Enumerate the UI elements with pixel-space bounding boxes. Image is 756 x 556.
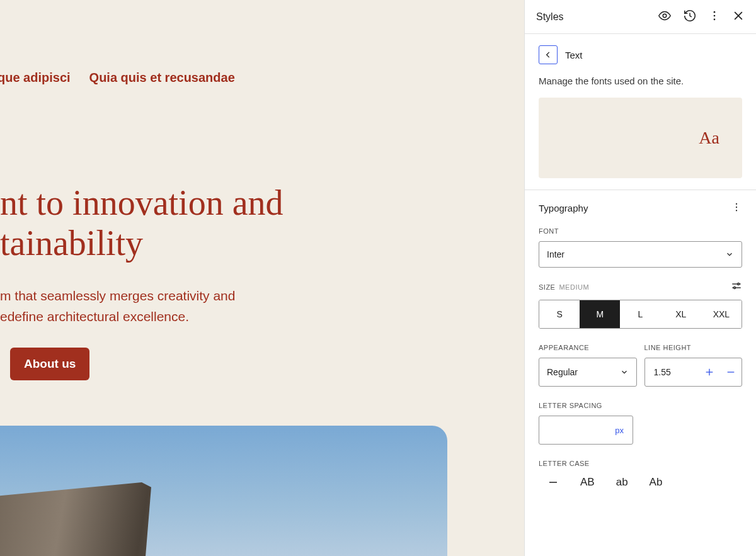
hero-image xyxy=(0,426,447,556)
hero-desc-line: edefine architectural excellence. xyxy=(0,309,189,324)
plus-icon[interactable] xyxy=(699,358,720,386)
svg-point-1 xyxy=(714,11,716,13)
size-option-l[interactable]: L xyxy=(620,300,660,328)
line-height-label: Line Height xyxy=(644,344,743,351)
svg-point-8 xyxy=(736,210,737,211)
appearance-value: Regular xyxy=(547,367,578,377)
eye-icon[interactable] xyxy=(658,9,672,25)
font-label: Font xyxy=(539,227,742,235)
editor-canvas: que adipisci Quia quis et recusandae nt … xyxy=(0,0,524,556)
hero-heading-line: nt to innovation and xyxy=(0,183,284,222)
letter-case-capitalize[interactable]: Ab xyxy=(650,476,663,489)
letter-spacing-unit[interactable]: px xyxy=(615,426,624,435)
styles-sidebar: Styles xyxy=(524,0,756,556)
kebab-menu-icon[interactable] xyxy=(708,9,721,24)
svg-point-6 xyxy=(736,203,737,205)
panel-title: Text xyxy=(565,50,583,60)
typography-panel: Typography Font Inter Size Medium xyxy=(525,190,756,500)
text-panel: Text Manage the fonts used on the site. … xyxy=(525,34,756,190)
font-preview-box: Aa xyxy=(539,98,742,178)
back-button[interactable] xyxy=(539,45,558,64)
sliders-icon[interactable] xyxy=(731,280,742,293)
hero-description: m that seamlessly merges creativity and … xyxy=(0,285,524,327)
line-height-stepper: 1.55 xyxy=(644,358,743,387)
panel-description: Manage the fonts used on the site. xyxy=(539,76,742,86)
letter-spacing-label: Letter Spacing xyxy=(539,402,742,409)
svg-point-10 xyxy=(738,283,740,285)
minus-icon[interactable] xyxy=(720,358,742,386)
letter-case-lower[interactable]: ab xyxy=(616,476,628,489)
svg-point-12 xyxy=(734,287,736,289)
nav-link[interactable]: que adipisci xyxy=(0,71,71,85)
hero-desc-line: m that seamlessly merges creativity and xyxy=(0,288,235,303)
size-option-xl[interactable]: XL xyxy=(661,300,701,328)
about-us-button[interactable]: About us xyxy=(10,348,89,380)
line-height-value[interactable]: 1.55 xyxy=(645,367,699,377)
size-option-xxl[interactable]: XXL xyxy=(701,300,742,328)
letter-case-label: Letter Case xyxy=(539,460,742,467)
history-icon[interactable] xyxy=(683,9,697,25)
appearance-select[interactable]: Regular xyxy=(539,358,637,387)
sidebar-title: Styles xyxy=(536,11,564,23)
size-label: Size xyxy=(539,283,555,291)
letter-spacing-input[interactable]: px xyxy=(539,416,633,445)
size-value-label: Medium xyxy=(559,283,589,291)
svg-point-3 xyxy=(714,19,716,21)
typography-heading: Typography xyxy=(539,203,588,213)
hero-heading-line: tainability xyxy=(0,224,143,263)
font-select[interactable]: Inter xyxy=(539,241,742,268)
close-icon[interactable] xyxy=(732,9,745,24)
hero-section: nt to innovation and tainability m that … xyxy=(0,183,524,380)
chevron-down-icon xyxy=(725,250,734,259)
sidebar-header: Styles xyxy=(525,0,756,34)
chevron-down-icon xyxy=(620,368,629,377)
svg-point-2 xyxy=(714,15,716,17)
font-preview-sample: Aa xyxy=(699,128,719,148)
svg-point-7 xyxy=(736,207,737,208)
letter-case-group: AB ab Ab xyxy=(539,476,742,489)
letter-case-none[interactable] xyxy=(547,476,559,489)
nav-link[interactable]: Quia quis et recusandae xyxy=(89,71,235,85)
size-option-s[interactable]: S xyxy=(539,300,580,328)
nav-menu: que adipisci Quia quis et recusandae xyxy=(0,71,235,85)
kebab-menu-icon[interactable] xyxy=(731,201,742,215)
appearance-label: Appearance xyxy=(539,344,637,351)
size-button-group: S M L XL XXL xyxy=(539,300,742,329)
svg-point-0 xyxy=(663,14,667,18)
size-option-m[interactable]: M xyxy=(580,300,620,328)
font-select-value: Inter xyxy=(547,249,564,259)
hero-heading: nt to innovation and tainability xyxy=(0,183,524,264)
letter-case-upper[interactable]: AB xyxy=(580,476,595,489)
